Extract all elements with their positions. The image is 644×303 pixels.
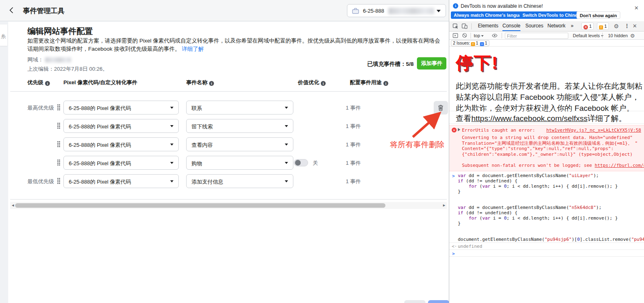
error-detail: Converting to a string will drop content… [462, 135, 644, 168]
error-source-link[interactable]: htw1verHVqy.js?_nc_x=LkLtCkYX5jV:58 [546, 128, 641, 133]
expand-triangle-icon[interactable] [458, 128, 460, 131]
scroll-left-icon[interactable]: ◄ [11, 203, 15, 207]
drag-handle-icon[interactable] [57, 177, 61, 186]
eye-icon[interactable] [492, 33, 498, 39]
toggle-knob [295, 160, 301, 166]
chevron-down-icon [170, 107, 173, 109]
drag-handle-icon[interactable] [57, 159, 61, 168]
selfxss-link[interactable]: https://www.facebook.com/selfxss [471, 114, 588, 123]
usage-count: 1 事件 [346, 159, 361, 167]
event-select[interactable]: 联系 [186, 101, 293, 114]
learn-more-link[interactable]: 详细了解 [182, 46, 204, 52]
selfxss-warning-text: 此浏览器功能专供开发者使用。若某人让你在此复制粘贴某内容以启用某 Faceboo… [456, 81, 644, 114]
tab-elements[interactable]: Elements [478, 23, 498, 30]
col-pixel: Pixel 像素代码/自定义转化事件 [63, 79, 137, 86]
table-row: 6-25-888的 Pixel 像素代码 购物 关 1 事件 [8, 156, 449, 170]
divider [471, 23, 472, 29]
redacted-account-name [388, 8, 434, 14]
divider [449, 123, 644, 124]
cancel-button-partial[interactable] [404, 300, 426, 303]
tab-overflow[interactable]: » [571, 23, 574, 30]
device-toolbar-icon[interactable] [462, 23, 468, 30]
issues-chip[interactable]: 2 Issues:!1▪1 [451, 40, 489, 46]
prompt-chevron-icon: > [452, 251, 455, 256]
devtools-tabbar: Elements Console Sources Network » ✕1 !1… [449, 21, 644, 31]
event-select[interactable]: 查看内容 [186, 137, 293, 151]
clear-console-icon[interactable] [462, 33, 467, 39]
horizontal-scrollbar[interactable]: ◄ ► [10, 202, 447, 209]
pixel-select[interactable]: 6-25-888的 Pixel 像素代码 [63, 156, 179, 170]
col-value-optimization: 价值优化i [298, 79, 326, 86]
event-select[interactable]: 购物 [186, 156, 293, 170]
console-prompt[interactable]: > [449, 249, 644, 257]
event-select[interactable]: 添加支付信息 [186, 174, 293, 188]
slots-filled: 已填充事件槽：5/8 [367, 61, 414, 68]
drag-handle-icon[interactable] [57, 104, 61, 112]
log-levels-select[interactable]: Default levels [573, 33, 603, 38]
annotation-arrow-icon [407, 112, 446, 142]
app-title: 事件管理工具 [23, 6, 65, 16]
divider [471, 33, 471, 38]
close-icon[interactable]: ✕ [634, 5, 639, 11]
event-select[interactable]: 留下线索 [186, 119, 293, 133]
add-event-button[interactable]: 添加事件 [417, 57, 446, 70]
divider [10, 91, 447, 92]
devtools-notification: i DevTools is now available in Chinese! … [449, 0, 644, 21]
info-icon[interactable]: i [45, 81, 50, 86]
pixel-select[interactable]: 6-25-888的 Pixel 像素代码 [63, 119, 179, 133]
clipped-left-panel: 糸 [0, 25, 7, 46]
priority-label: 最低优先级 [27, 178, 54, 185]
scrollbar-thumb[interactable] [15, 203, 385, 208]
context-selector[interactable]: top [474, 33, 484, 38]
edit-config-card: 编辑网站事件配置 如需更改这个网域的配置方案，请选择需要的 Pixel 像素代码… [8, 22, 449, 303]
account-selector[interactable]: 6-25-888 [347, 4, 446, 17]
filter-input[interactable] [505, 33, 568, 39]
kebab-menu-icon[interactable]: ⋮ [624, 23, 630, 29]
warning-badge[interactable]: !1 [597, 22, 609, 30]
tab-console[interactable]: Console [502, 23, 520, 31]
console-sidebar-icon[interactable] [453, 33, 458, 40]
pixel-select[interactable]: 6-25-888的 Pixel 像素代码 [63, 101, 179, 114]
page-title: 编辑网站事件配置 [27, 26, 93, 37]
redacted-domain [45, 57, 71, 63]
issue-message-icon: ▪ [480, 42, 484, 46]
drag-handle-icon[interactable] [57, 141, 61, 149]
command-code: var dd = document.getElementsByClassName… [458, 173, 644, 242]
info-icon[interactable]: i [321, 81, 326, 86]
value-optimization-toggle[interactable] [294, 159, 308, 166]
error-badge[interactable]: ✕1 [581, 22, 594, 30]
chevron-down-icon [481, 35, 484, 37]
chevron-down-icon [285, 180, 288, 182]
info-icon[interactable]: i [209, 81, 214, 86]
info-icon[interactable]: i [383, 81, 388, 86]
match-language-button[interactable]: Always match Chrome's language [451, 11, 529, 19]
table-row: 6-25-888的 Pixel 像素代码 查看内容 1 事件 [8, 137, 449, 151]
divider [602, 33, 603, 38]
dont-show-again-button[interactable]: Don't show again [576, 11, 620, 19]
drag-handle-icon[interactable] [57, 122, 61, 131]
console-settings-gear-icon[interactable]: ⚙ [630, 33, 635, 39]
chevron-down-icon [170, 144, 173, 146]
devtools-panel: i DevTools is now available in Chinese! … [449, 0, 644, 303]
pixel-select[interactable]: 6-25-888的 Pixel 像素代码 [63, 137, 179, 151]
last-edited: 上次编辑：2022年7月8日 00:26。 [27, 65, 108, 73]
pixel-select[interactable]: 6-25-888的 Pixel 像素代码 [63, 174, 179, 188]
chevron-down-icon [437, 10, 441, 12]
stop-banner: 停下! [456, 52, 498, 74]
chevron-down-icon [170, 162, 173, 164]
tab-sources[interactable]: Sources [525, 23, 543, 30]
switch-chinese-button[interactable]: Switch DevTools to Chinese [520, 11, 585, 19]
console-toolbar: top Default levels 10 hidden ⚙ [449, 32, 644, 40]
tab-network[interactable]: Network [547, 23, 565, 30]
back-icon[interactable] [8, 6, 16, 15]
notification-text: DevTools is now available in Chinese! [461, 3, 543, 9]
settings-gear-icon[interactable]: ⚙ [614, 23, 619, 29]
apply-button-partial[interactable] [428, 300, 449, 303]
usage-count: 1 事件 [346, 141, 361, 148]
selfxss-link-line: 查看https://www.facebook.com/selfxss详细了解。 [456, 113, 626, 124]
col-priority: 优先级i [27, 79, 50, 86]
close-devtools-icon[interactable]: ✕ [633, 23, 637, 29]
scroll-right-icon[interactable]: ► [442, 203, 446, 207]
chevron-down-icon [285, 125, 288, 127]
inspect-element-icon[interactable] [453, 23, 459, 30]
